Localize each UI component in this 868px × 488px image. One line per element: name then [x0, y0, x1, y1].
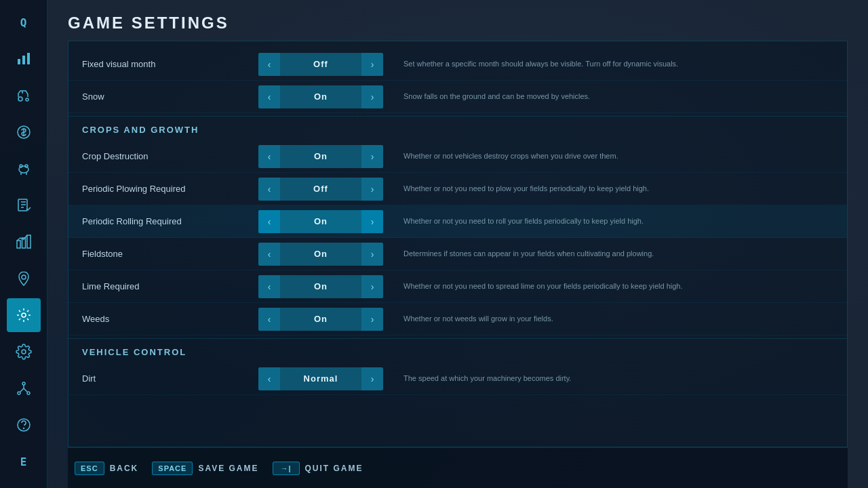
periodic-plowing-value: Off	[280, 178, 361, 201]
setting-row-weeds: Weeds ‹ On › Whether or not weeds will g…	[68, 303, 847, 336]
main-content: GAME SETTINGS Fixed visual month ‹ Off ›…	[47, 0, 868, 488]
svg-rect-1	[22, 56, 25, 64]
setting-row-fixed-visual-month: Fixed visual month ‹ Off › Set whether a…	[68, 48, 847, 81]
setting-label: Fixed visual month	[82, 59, 258, 69]
sidebar-item-help[interactable]	[7, 408, 41, 442]
section-header-vehicle: VEHICLE CONTROL	[68, 338, 847, 363]
fixed-visual-month-next-btn[interactable]: ›	[361, 53, 383, 76]
setting-row-periodic-plowing: Periodic Plowing Required ‹ Off › Whethe…	[68, 173, 847, 205]
setting-row-snow: Snow ‹ On › Snow falls on the ground and…	[68, 81, 847, 113]
sidebar-item-vehicles[interactable]	[7, 79, 41, 113]
periodic-rolling-value: On	[280, 210, 361, 233]
svg-point-3	[18, 97, 22, 101]
sidebar-item-map[interactable]	[7, 262, 41, 296]
sidebar-item-q[interactable]: Q	[7, 5, 41, 39]
sidebar-item-gameplay[interactable]	[7, 298, 41, 332]
sidebar: Q	[0, 0, 47, 488]
periodic-plowing-prev-btn[interactable]: ‹	[258, 178, 280, 201]
setting-label: Periodic Plowing Required	[82, 184, 258, 194]
help-icon	[16, 417, 32, 433]
space-key-badge: SPACE	[152, 462, 193, 475]
snow-next-btn[interactable]: ›	[361, 85, 383, 108]
setting-label: Snow	[82, 92, 258, 102]
setting-row-lime-required: Lime Required ‹ On › Whether or not you …	[68, 270, 847, 303]
svg-point-15	[22, 350, 26, 354]
lime-required-value: On	[280, 275, 361, 298]
svg-point-4	[26, 98, 28, 101]
setting-control: ‹ On ›	[258, 145, 383, 168]
save-game-label: SAVE GAME	[198, 464, 258, 473]
q-icon: Q	[20, 16, 27, 29]
lime-required-prev-btn[interactable]: ‹	[258, 275, 280, 298]
setting-label: Weeds	[82, 314, 258, 324]
setting-description: The speed at which your machinery become…	[383, 373, 833, 384]
crop-destruction-prev-btn[interactable]: ‹	[258, 145, 280, 168]
setting-control: ‹ On ›	[258, 85, 383, 108]
fieldstone-value: On	[280, 243, 361, 266]
fieldstone-next-btn[interactable]: ›	[361, 243, 383, 266]
svg-point-17	[18, 392, 20, 394]
save-game-action[interactable]: SPACE SAVE GAME	[152, 462, 258, 475]
settings-panel[interactable]: Fixed visual month ‹ Off › Set whether a…	[68, 41, 848, 447]
setting-label: Lime Required	[82, 281, 258, 291]
bottom-bar: ESC BACK SPACE SAVE GAME →| QUIT GAME	[68, 447, 848, 488]
gear-tractor-icon	[16, 307, 32, 323]
fieldstone-prev-btn[interactable]: ‹	[258, 243, 280, 266]
setting-control: ‹ On ›	[258, 308, 383, 331]
periodic-plowing-next-btn[interactable]: ›	[361, 178, 383, 201]
setting-label: Periodic Rolling Required	[82, 216, 258, 226]
setting-description: Whether or not you need to spread lime o…	[383, 281, 833, 291]
animal-icon	[16, 161, 32, 177]
lime-required-next-btn[interactable]: ›	[361, 275, 383, 298]
setting-row-crop-destruction: Crop Destruction ‹ On › Whether or not v…	[68, 140, 847, 173]
tractor-icon	[16, 87, 32, 104]
dirt-prev-btn[interactable]: ‹	[258, 367, 280, 390]
setting-description: Whether or not you need to roll your fie…	[383, 216, 833, 226]
sidebar-item-animals[interactable]	[7, 152, 41, 186]
productions-icon	[16, 234, 32, 250]
weeds-prev-btn[interactable]: ‹	[258, 308, 280, 331]
sidebar-item-contracts[interactable]	[7, 188, 41, 222]
dollar-icon	[16, 124, 32, 140]
weeds-next-btn[interactable]: ›	[361, 308, 383, 331]
svg-rect-12	[27, 235, 31, 248]
section-header-crops: CROPS AND GROWTH	[68, 116, 847, 140]
setting-control: ‹ Off ›	[258, 178, 383, 201]
svg-point-7	[20, 165, 22, 167]
periodic-rolling-prev-btn[interactable]: ‹	[258, 210, 280, 233]
svg-rect-0	[18, 59, 20, 64]
app-layout: Q	[0, 0, 868, 488]
setting-control: ‹ Off ›	[258, 53, 383, 76]
sidebar-item-e[interactable]: E	[7, 445, 41, 479]
setting-control: ‹ On ›	[258, 243, 383, 266]
sidebar-item-stats[interactable]	[7, 42, 41, 76]
sidebar-item-settings[interactable]	[7, 335, 41, 369]
dirt-next-btn[interactable]: ›	[361, 367, 383, 390]
svg-rect-10	[17, 241, 20, 248]
svg-point-13	[22, 275, 26, 279]
setting-control: ‹ On ›	[258, 275, 383, 298]
sidebar-item-nodes[interactable]	[7, 371, 41, 405]
setting-row-dirt: Dirt ‹ Normal › The speed at which your …	[68, 363, 847, 395]
setting-description: Whether or not weeds will grow in your f…	[383, 314, 833, 324]
crop-destruction-next-btn[interactable]: ›	[361, 145, 383, 168]
setting-description: Snow falls on the ground and can be move…	[383, 92, 833, 102]
setting-description: Set whether a specific month should alwa…	[383, 59, 833, 69]
dirt-value: Normal	[280, 367, 361, 390]
snow-value: On	[280, 85, 361, 108]
nodes-icon	[16, 380, 32, 396]
quit-game-action[interactable]: →| QUIT GAME	[273, 462, 363, 475]
crop-destruction-value: On	[280, 145, 361, 168]
setting-description: Whether or not vehicles destroy crops wh…	[383, 151, 833, 161]
sidebar-item-finance[interactable]	[7, 115, 41, 149]
svg-point-8	[25, 165, 28, 167]
periodic-rolling-next-btn[interactable]: ›	[361, 210, 383, 233]
back-action[interactable]: ESC BACK	[75, 462, 138, 475]
sidebar-item-productions[interactable]	[7, 225, 41, 259]
bar-chart-icon	[16, 51, 32, 67]
snow-prev-btn[interactable]: ‹	[258, 85, 280, 108]
fixed-visual-month-prev-btn[interactable]: ‹	[258, 53, 280, 76]
setting-control: ‹ Normal ›	[258, 367, 383, 390]
page-title: GAME SETTINGS	[68, 14, 848, 33]
svg-point-16	[22, 382, 25, 385]
